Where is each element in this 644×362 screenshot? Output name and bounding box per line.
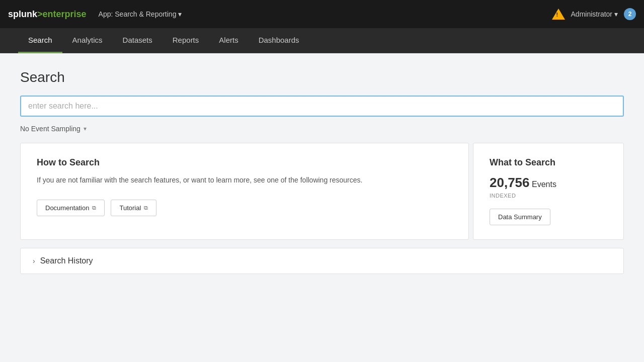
nav-item-alerts[interactable]: Alerts — [209, 28, 248, 53]
app-dropdown-arrow: ▾ — [178, 10, 182, 18]
indexed-label: INDEXED — [490, 193, 607, 199]
documentation-button[interactable]: Documentation ⧉ — [37, 200, 105, 216]
page-content: Search No Event Sampling ▾ How to Search… — [0, 53, 644, 290]
doc-external-icon: ⧉ — [92, 205, 96, 211]
cards-row: How to Search If you are not familiar wi… — [20, 143, 624, 240]
notification-count: 2 — [628, 11, 632, 18]
search-history-chevron: › — [33, 257, 35, 265]
page-title: Search — [20, 69, 624, 85]
splunk-text: splunk — [8, 9, 37, 20]
nav-bar: Search Analytics Datasets Reports Alerts… — [0, 28, 644, 53]
admin-menu-button[interactable]: Administrator ▾ — [571, 10, 618, 18]
tutorial-button[interactable]: Tutorial ⧉ — [111, 200, 156, 216]
nav-item-analytics[interactable]: Analytics — [62, 28, 113, 53]
splunk-enterprise: enterprise — [43, 9, 87, 20]
app-selector[interactable]: App: Search & Reporting ▾ — [99, 10, 182, 18]
tutorial-external-icon: ⧉ — [144, 205, 148, 211]
how-to-search-card: How to Search If you are not familiar wi… — [20, 143, 469, 240]
notification-badge[interactable]: 2 — [624, 8, 636, 20]
tutorial-btn-label: Tutorial — [119, 204, 141, 212]
what-to-title: What to Search — [490, 157, 607, 168]
nav-item-search[interactable]: Search — [18, 28, 62, 53]
events-row: 20,756 Events — [490, 175, 607, 191]
data-summary-label: Data Summary — [498, 213, 542, 221]
nav-label-reports: Reports — [173, 36, 199, 44]
doc-btn-label: Documentation — [45, 204, 89, 212]
admin-dropdown-arrow: ▾ — [614, 10, 618, 18]
nav-item-reports[interactable]: Reports — [163, 28, 209, 53]
sampling-dropdown-arrow: ▾ — [84, 125, 87, 132]
admin-label: Administrator — [571, 10, 612, 18]
what-to-search-card: What to Search 20,756 Events INDEXED Dat… — [473, 143, 624, 240]
search-history-header[interactable]: › Search History — [33, 256, 611, 265]
splunk-gt: > — [37, 9, 43, 20]
how-to-buttons: Documentation ⧉ Tutorial ⧉ — [37, 200, 452, 216]
splunk-logo[interactable]: splunk>enterprise — [8, 9, 87, 20]
app-name-label: App: Search & Reporting — [99, 10, 177, 18]
nav-label-search: Search — [28, 36, 52, 44]
how-to-description: If you are not familiar with the search … — [37, 175, 452, 186]
nav-item-datasets[interactable]: Datasets — [113, 28, 163, 53]
search-input[interactable] — [28, 102, 616, 111]
top-bar-right: Administrator ▾ 2 — [552, 8, 636, 20]
search-history-title: Search History — [40, 256, 93, 265]
search-box-wrapper — [20, 96, 624, 117]
nav-label-alerts: Alerts — [219, 36, 238, 44]
sampling-label: No Event Sampling — [20, 125, 80, 133]
events-count: 20,756 — [490, 175, 530, 190]
how-to-title: How to Search — [37, 157, 452, 168]
search-history-section: › Search History — [20, 248, 624, 274]
nav-item-dashboards[interactable]: Dashboards — [249, 28, 309, 53]
events-label: Events — [532, 180, 556, 189]
sampling-dropdown[interactable]: No Event Sampling ▾ — [20, 125, 87, 133]
nav-label-dashboards: Dashboards — [259, 36, 299, 44]
data-summary-button[interactable]: Data Summary — [490, 209, 550, 225]
top-bar: splunk>enterprise App: Search & Reportin… — [0, 0, 644, 28]
nav-label-analytics: Analytics — [72, 36, 103, 44]
top-bar-left: splunk>enterprise App: Search & Reportin… — [8, 9, 182, 20]
nav-label-datasets: Datasets — [123, 36, 152, 44]
alert-icon[interactable] — [552, 9, 565, 20]
